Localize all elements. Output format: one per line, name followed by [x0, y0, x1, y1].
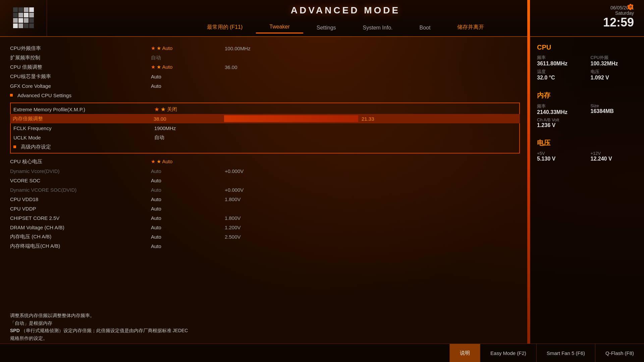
setting-mem-ratio[interactable]: 内存倍频调整 38.00 21.33 — [10, 114, 520, 123]
setting-spread-spectrum[interactable]: 扩展频率控制 自动 — [10, 53, 520, 62]
settings-icon[interactable] — [627, 3, 634, 10]
setting-xmp[interactable]: Extreme Memory Profile(X.M.P.) ★ 关闭 — [11, 105, 519, 114]
cpu-ext-label: CPU外频 — [591, 55, 638, 61]
setting-mem-term-volt[interactable]: 内存终端电压(CH A/B) Auto — [10, 241, 520, 251]
scroll-bar[interactable] — [527, 0, 530, 344]
desc-spd-bold: SPD — [10, 328, 20, 333]
main-content: CPU外频倍率 ★ Auto 100.00MHz 扩展频率控制 自动 CPU 倍… — [0, 37, 644, 362]
setting-advanced-mem[interactable]: 高级内存设定 — [11, 142, 519, 152]
setting-extra: 100.00MHz — [225, 46, 251, 51]
memory-settings-section: Extreme Memory Profile(X.M.P.) ★ 关闭 内存倍频… — [10, 103, 520, 154]
setting-extra: +0.000V — [225, 168, 244, 174]
v12-value: 12.240 V — [591, 156, 638, 162]
datetime: 06/05/2021 Saturday 12:59 — [603, 5, 634, 29]
setting-extra: 1.800V — [225, 215, 241, 221]
setting-extra: +0.000V — [225, 187, 244, 193]
tab-boot[interactable]: Boot — [406, 22, 444, 34]
help-button[interactable]: 说明 — [449, 344, 480, 362]
setting-label: 内存倍频调整 — [13, 116, 154, 122]
ratio-bar — [224, 115, 358, 122]
setting-chipset-core[interactable]: CHIPSET CORE 2.5V Auto 1.800V — [10, 213, 520, 223]
cpu-volt-value: 1.092 V — [591, 75, 638, 81]
tab-tweaker[interactable]: Tweaker — [256, 21, 303, 34]
v5-label: +5V — [537, 151, 584, 156]
setting-label: DRAM Voltage (CH A/B) — [10, 225, 151, 230]
setting-dram-volt[interactable]: DRAM Voltage (CH A/B) Auto 1.200V — [10, 223, 520, 232]
setting-fclk[interactable]: FCLK Frequency 1900MHz — [11, 123, 519, 133]
cpu-temp-value: 32.0 °C — [537, 75, 584, 81]
setting-dvid[interactable]: Dynamic Vcore(DVID) Auto +0.000V — [10, 166, 520, 176]
tab-save[interactable]: 储存并离开 — [444, 21, 497, 34]
setting-value: Auto — [151, 234, 218, 240]
setting-value: Auto — [151, 215, 218, 221]
mem-size-label: Size — [591, 103, 638, 108]
setting-label: 扩展频率控制 — [10, 55, 151, 61]
cpu-ext-value: 100.32MHz — [591, 61, 638, 67]
setting-value: ★ Auto — [151, 64, 218, 70]
setting-vddp[interactable]: CPU VDDP Auto — [10, 204, 520, 213]
setting-cpu-ratio[interactable]: CPU 倍频调整 ★ Auto 36.00 — [10, 62, 520, 72]
setting-uclk[interactable]: UCLK Mode 自动 — [11, 133, 519, 142]
setting-vdd18[interactable]: CPU VDD18 Auto 1.800V — [10, 194, 520, 204]
setting-extra: 36.00 — [225, 64, 237, 70]
setting-value: 38.00 — [154, 116, 221, 122]
desc-line-3: SPD （串行式规格侦测）设定内存倍频；此倍频设定值是由内存厂商根据标准 JED… — [10, 327, 409, 334]
tab-frequent[interactable]: 最常用的 (F11) — [194, 21, 256, 34]
setting-value: ★ 关闭 — [154, 106, 221, 113]
tab-sysinfo[interactable]: System Info. — [350, 22, 406, 34]
setting-value: Auto — [151, 206, 218, 212]
mem-section-title: 内存 — [537, 91, 637, 100]
smart-fan-button[interactable]: Smart Fan 5 (F6) — [536, 344, 595, 362]
setting-cpu-bclk[interactable]: CPU外频倍率 ★ Auto 100.00MHz — [10, 44, 520, 53]
setting-gfx-voltage[interactable]: GFX Core Voltage Auto — [10, 81, 520, 90]
setting-value: ★ Auto — [151, 159, 218, 165]
setting-igpu-freq[interactable]: CPU核芯显卡频率 Auto — [10, 72, 520, 81]
setting-cpu-vcore[interactable]: CPU 核心电压 ★ Auto — [10, 157, 520, 166]
setting-value: Auto — [151, 187, 218, 193]
setting-label: CHIPSET CORE 2.5V — [10, 215, 151, 221]
setting-value: ★ Auto — [151, 45, 218, 51]
setting-advanced-cpu[interactable]: Advanced CPU Settings — [10, 90, 520, 100]
setting-vsoc[interactable]: VCORE SOC Auto — [10, 176, 520, 185]
mem-info-grid: 频率 2140.33MHz Size 16384MB Ch A/B Volt 1… — [537, 103, 637, 128]
mem-volt-label: Ch A/B Volt — [537, 117, 637, 122]
setting-value: Auto — [151, 243, 218, 249]
setting-label: CPU核芯显卡频率 — [10, 73, 151, 80]
time-display: 12:59 — [603, 16, 634, 29]
cpu-freq-value: 3611.80MHz — [537, 61, 584, 67]
easy-mode-button[interactable]: Easy Mode (F2) — [480, 344, 536, 362]
page-title: ADVANCED MODE — [291, 5, 400, 16]
setting-label: CPU VDDP — [10, 206, 151, 212]
mem-volt-value: 1.236 V — [537, 122, 637, 128]
qflash-button[interactable]: Q-Flash (F8) — [595, 344, 644, 362]
desc-line-1: 调整系统内存倍频以调整整体内存频率。 — [10, 312, 409, 319]
setting-label: CPU 倍频调整 — [10, 64, 151, 70]
setting-mem-volt[interactable]: 内存电压 (CH A/B) Auto 2.500V — [10, 232, 520, 241]
bullet-icon — [10, 94, 13, 97]
setting-label: GFX Core Voltage — [10, 83, 151, 89]
setting-value: Auto — [151, 168, 218, 174]
tab-settings[interactable]: Settings — [303, 22, 350, 34]
mem-size-value: 16384MB — [591, 108, 638, 114]
setting-value: 自动 — [154, 134, 221, 141]
setting-value: Auto — [151, 74, 218, 79]
mem-freq-value: 2140.33MHz — [537, 109, 584, 115]
setting-value: Auto — [151, 83, 218, 89]
volt-section-title: 电压 — [537, 138, 637, 147]
ratio-extra: 21.33 — [362, 116, 374, 122]
v12-label: +12V — [591, 151, 638, 156]
header: ADVANCED MODE 最常用的 (F11) Tweaker Setting… — [0, 0, 644, 37]
desc-line-2: 「自动」是根据内存 — [10, 319, 409, 327]
setting-label: 内存终端电压(CH A/B) — [10, 243, 151, 249]
description-panel: 调整系统内存倍频以调整整体内存频率。 「自动」是根据内存 SPD （串行式规格侦… — [10, 312, 409, 342]
setting-label: 内存电压 (CH A/B) — [10, 234, 151, 240]
setting-value: 自动 — [151, 55, 218, 61]
setting-label: 高级内存设定 — [13, 144, 154, 150]
bullet-icon — [13, 145, 16, 148]
setting-label: CPU 核心电压 — [10, 159, 151, 165]
cpu-info-grid: 频率 3611.80MHz CPU外频 100.32MHz 温度 32.0 °C… — [537, 55, 637, 81]
setting-label: UCLK Mode — [13, 135, 154, 140]
setting-vsoc-dvid[interactable]: Dynamic VCORE SOC(DVID) Auto +0.000V — [10, 185, 520, 194]
mem-freq-label: 频率 — [537, 103, 584, 109]
setting-label: CPU VDD18 — [10, 196, 151, 202]
